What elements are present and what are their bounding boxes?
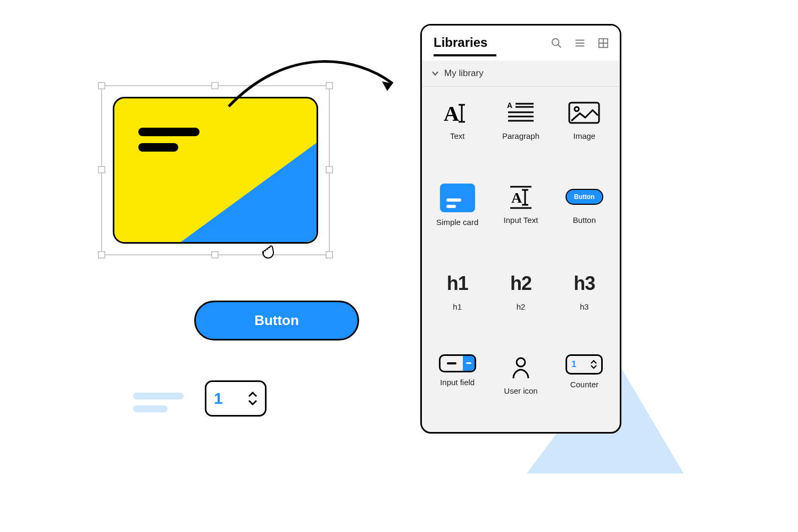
library-item-image[interactable]: Image [554, 99, 614, 164]
chevron-up-icon[interactable] [248, 391, 257, 397]
item-label: Paragraph [502, 131, 539, 140]
card-line [138, 143, 178, 152]
user-icon [502, 354, 539, 381]
h1-icon: h1 [439, 270, 476, 297]
svg-text:A: A [507, 101, 512, 110]
item-label: Text [450, 131, 465, 140]
section-header[interactable]: My library [422, 61, 620, 87]
button-label: Button [254, 312, 299, 329]
svg-point-0 [552, 39, 559, 46]
item-label: Image [573, 131, 595, 140]
image-icon [566, 99, 603, 126]
tab-underline [434, 54, 496, 56]
item-label: Input field [440, 378, 475, 387]
item-label: Input Text [504, 215, 538, 225]
library-item-h3[interactable]: h3 h3 [554, 270, 614, 335]
svg-text:A: A [511, 189, 522, 206]
library-item-text[interactable]: A Text [427, 99, 487, 164]
library-item-h2[interactable]: h2 h2 [491, 270, 551, 335]
resize-handle[interactable] [326, 251, 333, 259]
simple-card-icon [440, 184, 475, 212]
h2-icon: h2 [502, 270, 539, 297]
grid-view-icon[interactable] [597, 37, 609, 49]
resize-handle[interactable] [326, 166, 333, 173]
library-item-input-field[interactable]: Input field [427, 354, 487, 419]
button-chip-icon: Button [566, 184, 603, 210]
library-item-input-text[interactable]: A Input Text [491, 184, 551, 251]
flow-arrow-icon [223, 51, 404, 114]
counter-element[interactable]: 1 [205, 380, 267, 417]
item-label: h1 [453, 302, 462, 311]
libraries-panel: Libraries My library A Text [420, 24, 621, 434]
skeleton-line [133, 405, 168, 412]
item-label: Simple card [436, 218, 478, 227]
resize-handle[interactable] [211, 82, 219, 89]
item-label: Button [573, 215, 596, 225]
resize-handle[interactable] [98, 82, 105, 89]
resize-handle[interactable] [211, 251, 219, 259]
item-label: Counter [570, 380, 598, 389]
item-label: h2 [517, 302, 526, 311]
svg-line-1 [558, 45, 561, 48]
grab-cursor-icon [258, 242, 279, 263]
library-item-counter[interactable]: 1 Counter [554, 354, 614, 419]
library-item-user-icon[interactable]: User icon [491, 354, 551, 419]
chevron-down-icon [591, 365, 597, 369]
h3-icon: h3 [566, 270, 603, 297]
paragraph-icon: A [502, 99, 539, 126]
card-corner [179, 142, 318, 243]
svg-text:A: A [444, 102, 459, 125]
input-text-icon: A [502, 184, 539, 210]
search-icon[interactable] [551, 37, 562, 49]
card-element[interactable] [113, 97, 318, 244]
skeleton-line [133, 393, 184, 400]
library-item-button[interactable]: Button Button [554, 184, 614, 251]
counter-icon: 1 [566, 354, 603, 375]
text-icon: A [439, 99, 476, 126]
item-label: h3 [580, 302, 589, 311]
button-element[interactable]: Button [194, 301, 359, 340]
chevron-down-icon [431, 70, 439, 77]
library-item-h1[interactable]: h1 h1 [427, 270, 487, 335]
panel-title: Libraries [434, 35, 487, 50]
svg-point-26 [517, 358, 525, 367]
card-line [138, 128, 200, 136]
section-label: My library [444, 68, 484, 79]
library-item-paragraph[interactable]: A Paragraph [491, 99, 551, 164]
list-view-icon[interactable] [574, 37, 586, 49]
item-label: User icon [504, 386, 537, 395]
library-item-simple-card[interactable]: Simple card [427, 184, 487, 251]
chevron-down-icon[interactable] [248, 400, 257, 406]
chevron-up-icon [591, 360, 597, 364]
input-field-icon [439, 354, 476, 372]
svg-point-19 [575, 107, 579, 111]
resize-handle[interactable] [98, 251, 105, 259]
resize-handle[interactable] [98, 166, 105, 173]
counter-value: 1 [214, 389, 223, 408]
